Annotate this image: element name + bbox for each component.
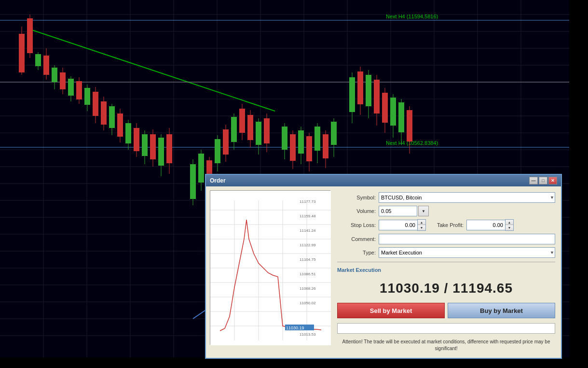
svg-rect-87 [231,117,237,142]
svg-rect-49 [60,72,66,89]
svg-rect-65 [125,123,131,143]
svg-rect-113 [357,71,363,104]
svg-rect-121 [390,98,396,126]
ask-price: 11194.65 [452,281,513,296]
minimize-button[interactable]: — [529,177,538,184]
price-separator: / [444,281,453,296]
sell-by-market-button[interactable]: Sell by Market [337,303,445,318]
volume-input[interactable] [379,206,417,216]
stop-loss-spinbox: ▲ ▼ [379,219,426,231]
take-profit-spinbox: ▲ ▼ [466,219,514,231]
attention-text: Attention! The trade will be executed at… [337,339,555,352]
svg-rect-105 [315,127,320,151]
svg-rect-47 [52,68,57,82]
symbol-label: Symbol: [337,195,376,200]
svg-rect-117 [374,80,380,113]
stop-loss-down-button[interactable]: ▼ [418,225,425,230]
stop-loss-label: Stop Loss: [337,222,376,228]
svg-rect-79 [198,154,204,183]
volume-label: Volume: [337,208,376,214]
mini-chart-svg: 11030.19 11177.73 11159.48 11141.24 1112… [210,191,331,345]
svg-rect-111 [349,77,355,112]
take-profit-up-button[interactable]: ▲ [506,220,513,225]
order-body: BTCUSD 11194.65 [206,186,561,358]
symbol-row: Symbol: BTCUSD, Bitcoin ▼ [337,192,555,203]
action-buttons: Sell by Market Buy by Market [337,301,555,320]
type-select[interactable]: Market Execution [379,247,555,258]
svg-rect-69 [142,134,148,156]
order-titlebar: Order — □ ✕ [206,175,561,186]
comment-input[interactable] [379,234,555,244]
volume-row: Volume: ▼ [337,206,555,216]
svg-rect-57 [93,92,98,116]
svg-rect-99 [290,134,296,161]
attention-bar [337,323,555,334]
svg-rect-103 [306,136,312,161]
svg-text:11013.53: 11013.53 [300,332,316,337]
svg-rect-61 [109,106,115,128]
bid-price: 11030.19 [380,281,440,296]
svg-rect-93 [256,122,261,145]
svg-rect-107 [323,134,328,158]
svg-text:11068.26: 11068.26 [300,286,316,291]
volume-wrapper: ▼ [379,206,555,216]
svg-rect-97 [282,127,287,150]
take-profit-input[interactable] [466,220,505,230]
sl-tp-row: Stop Loss: ▲ ▼ Take Profit: ▲ ▼ [337,219,555,231]
svg-rect-109 [331,122,337,145]
svg-rect-101 [298,130,304,154]
svg-rect-39 [19,34,25,72]
stop-loss-input[interactable] [379,220,417,230]
take-profit-spin-buttons: ▲ ▼ [505,219,514,231]
svg-text:11141.24: 11141.24 [300,228,316,233]
take-profit-down-button[interactable]: ▼ [506,225,513,230]
type-select-wrapper: Market Execution ▼ [379,247,555,258]
svg-rect-125 [407,110,412,142]
svg-rect-63 [117,113,123,137]
comment-row: Comment: [337,234,555,244]
order-dialog: Order — □ ✕ BTCUSD 11194.65 [205,174,562,359]
svg-rect-115 [366,75,371,106]
dialog-title: Order [210,177,226,184]
buy-by-market-button[interactable]: Buy by Market [448,303,555,318]
type-row: Type: Market Execution ▼ [337,247,555,258]
symbol-select[interactable]: BTCUSD, Bitcoin [379,192,555,203]
type-label: Type: [337,250,376,255]
separator [337,262,555,262]
svg-text:11086.51: 11086.51 [300,272,316,276]
svg-rect-123 [398,102,404,132]
svg-rect-71 [150,134,156,159]
svg-text:11030.19: 11030.19 [286,326,304,330]
order-form: Symbol: BTCUSD, Bitcoin ▼ Volume: ▼ Sto [335,190,557,354]
svg-rect-59 [101,101,107,125]
svg-rect-55 [84,88,90,105]
close-button[interactable]: ✕ [548,177,557,184]
svg-rect-43 [35,54,41,66]
svg-rect-67 [134,128,139,151]
svg-text:11122.99: 11122.99 [300,243,316,247]
upper-level-label: Next H4 (11594.5816) [386,14,438,19]
svg-rect-77 [190,164,196,199]
take-profit-label: Take Profit: [429,222,464,228]
svg-text:11104.75: 11104.75 [300,257,316,262]
stop-loss-up-button[interactable]: ▲ [418,220,425,225]
svg-rect-85 [223,129,229,155]
restore-button[interactable]: □ [539,177,547,184]
svg-rect-45 [43,56,49,75]
stop-loss-spin-buttons: ▲ ▼ [417,219,426,231]
svg-rect-91 [247,115,253,140]
mini-chart: BTCUSD 11194.65 [210,190,330,345]
price-display: 11030.19 / 11194.65 [337,277,555,298]
svg-rect-119 [382,93,388,123]
comment-label: Comment: [337,236,376,242]
market-exec-label: Market Execution [337,266,555,274]
svg-rect-75 [166,134,172,163]
svg-text:11159.48: 11159.48 [300,214,316,218]
volume-dropdown-arrow[interactable]: ▼ [418,206,429,216]
svg-rect-53 [76,81,82,99]
svg-rect-73 [158,138,164,166]
svg-text:11177.73: 11177.73 [300,199,316,204]
svg-rect-89 [239,109,245,133]
svg-rect-83 [215,139,220,163]
svg-rect-41 [27,18,33,53]
